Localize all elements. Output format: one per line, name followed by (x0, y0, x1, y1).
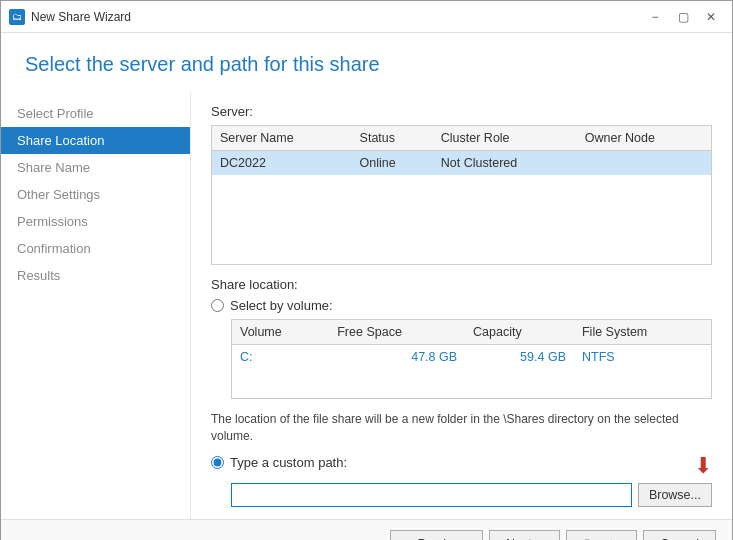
close-button[interactable]: ✕ (698, 7, 724, 27)
col-file-system: File System (574, 320, 711, 345)
next-button[interactable]: Next > (489, 530, 559, 540)
custom-path-label[interactable]: Type a custom path: (230, 455, 347, 470)
volume-table: Volume Free Space Capacity File System C… (232, 320, 711, 369)
col-free-space: Free Space (329, 320, 465, 345)
footer: < Previous Next > Create Cancel (1, 519, 732, 540)
custom-path-input[interactable] (231, 483, 632, 507)
volume-section: Volume Free Space Capacity File System C… (231, 319, 712, 399)
cancel-button[interactable]: Cancel (643, 530, 716, 540)
sidebar-item-confirmation: Confirmation (1, 235, 190, 262)
page-header: Select the server and path for this shar… (1, 33, 732, 92)
custom-path-radio[interactable] (211, 456, 224, 469)
cell-capacity: 59.4 GB (465, 345, 574, 370)
server-table-header-row: Server Name Status Cluster Role Owner No… (212, 126, 711, 151)
cell-server-name: DC2022 (212, 151, 352, 176)
col-cluster-role: Cluster Role (433, 126, 577, 151)
col-status: Status (352, 126, 433, 151)
server-table-row[interactable]: DC2022 Online Not Clustered (212, 151, 711, 176)
share-location-section: Share location: Select by volume: (211, 277, 712, 507)
server-label: Server: (211, 104, 712, 119)
right-panel: Server: Server Name Status Cluster Role … (191, 92, 732, 519)
sidebar-item-permissions: Permissions (1, 208, 190, 235)
sidebar-item-results: Results (1, 262, 190, 289)
custom-path-label-row: Type a custom path: ⬇ (211, 453, 712, 479)
arrow-down-icon: ⬇ (694, 453, 712, 479)
col-volume: Volume (232, 320, 329, 345)
custom-path-input-wrap: Browse... (231, 483, 712, 507)
maximize-button[interactable]: ▢ (670, 7, 696, 27)
cell-volume: C: (232, 345, 329, 370)
select-by-volume-row: Select by volume: (211, 298, 712, 313)
minimize-button[interactable]: − (642, 7, 668, 27)
server-table-container: Server Name Status Cluster Role Owner No… (211, 125, 712, 265)
window-title: New Share Wizard (31, 10, 642, 24)
sidebar-item-select-profile: Select Profile (1, 100, 190, 127)
create-button[interactable]: Create (566, 530, 638, 540)
title-bar: 🗂 New Share Wizard − ▢ ✕ (1, 1, 732, 33)
window-icon: 🗂 (9, 9, 25, 25)
server-table: Server Name Status Cluster Role Owner No… (212, 126, 711, 175)
cell-free-space: 47.8 GB (329, 345, 465, 370)
volume-table-header-row: Volume Free Space Capacity File System (232, 320, 711, 345)
sidebar-item-other-settings: Other Settings (1, 181, 190, 208)
title-bar-controls: − ▢ ✕ (642, 7, 724, 27)
info-text: The location of the file share will be a… (211, 411, 712, 445)
sidebar-item-share-name: Share Name (1, 154, 190, 181)
custom-path-row: Type a custom path: (211, 455, 347, 470)
cell-file-system: NTFS (574, 345, 711, 370)
main-body: Select Profile Share Location Share Name… (1, 92, 732, 519)
cell-status: Online (352, 151, 433, 176)
page-title: Select the server and path for this shar… (25, 53, 708, 76)
col-server-name: Server Name (212, 126, 352, 151)
content-area: Select the server and path for this shar… (1, 33, 732, 540)
col-capacity: Capacity (465, 320, 574, 345)
browse-button[interactable]: Browse... (638, 483, 712, 507)
select-by-volume-label[interactable]: Select by volume: (230, 298, 333, 313)
previous-button[interactable]: < Previous (390, 530, 483, 540)
cell-cluster-role: Not Clustered (433, 151, 577, 176)
sidebar: Select Profile Share Location Share Name… (1, 92, 191, 519)
col-owner-node: Owner Node (577, 126, 711, 151)
share-location-label: Share location: (211, 277, 712, 292)
volume-table-container: Volume Free Space Capacity File System C… (231, 319, 712, 399)
wizard-window: 🗂 New Share Wizard − ▢ ✕ Select the serv… (0, 0, 733, 540)
volume-table-row[interactable]: C: 47.8 GB 59.4 GB NTFS (232, 345, 711, 370)
select-by-volume-radio[interactable] (211, 299, 224, 312)
sidebar-item-share-location[interactable]: Share Location (1, 127, 190, 154)
cell-owner-node (577, 151, 711, 176)
